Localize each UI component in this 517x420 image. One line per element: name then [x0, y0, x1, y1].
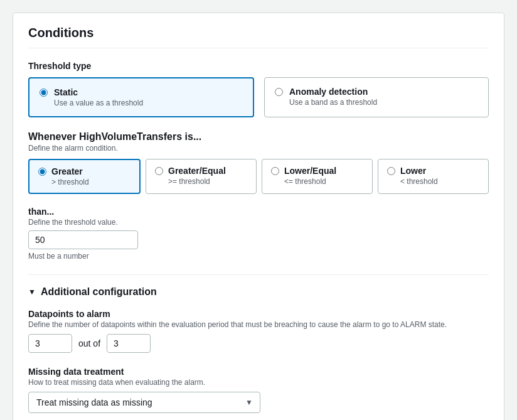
- threshold-anomaly-title: Anomaly detection: [289, 87, 377, 97]
- condition-greaterequal-text: Greater/Equal >= threshold: [168, 166, 226, 186]
- missing-data-subtitle: How to treat missing data when evaluatin…: [28, 378, 489, 387]
- threshold-static-radio[interactable]: [40, 89, 48, 97]
- threshold-anomaly-subtitle: Use a band as a threshold: [289, 98, 377, 107]
- missing-data-select[interactable]: Treat missing data as missing Treat miss…: [28, 392, 260, 413]
- datapoints-row: out of: [28, 334, 489, 353]
- condition-lowerequal-radio[interactable]: [271, 167, 279, 175]
- datapoints-value2-input[interactable]: [107, 334, 151, 353]
- condition-lower-subtitle: < threshold: [400, 177, 438, 186]
- additional-config-section: ▼ Additional configuration Datapoints to…: [28, 286, 489, 413]
- condition-lowerequal-title: Lower/Equal: [284, 166, 336, 176]
- threshold-type-label: Threshold type: [28, 61, 489, 71]
- condition-lowerequal-subtitle: <= threshold: [284, 177, 336, 186]
- threshold-type-row: Static Use a value as a threshold Anomal…: [28, 77, 489, 117]
- condition-lower-text: Lower < threshold: [400, 166, 438, 186]
- condition-lower-radio[interactable]: [387, 167, 395, 175]
- threshold-static-card[interactable]: Static Use a value as a threshold: [28, 77, 254, 117]
- condition-greaterequal-card[interactable]: Greater/Equal >= threshold: [146, 159, 257, 194]
- threshold-static-title: Static: [54, 87, 143, 97]
- condition-greaterequal-subtitle: >= threshold: [168, 177, 226, 186]
- datapoints-subtitle: Define the number of datapoints within t…: [28, 320, 489, 329]
- whenever-title: Whenever HighVolumeTransfers is...: [28, 131, 489, 143]
- condition-lower-title: Lower: [400, 166, 438, 176]
- than-title: than...: [28, 207, 489, 217]
- card-title: Conditions: [28, 26, 489, 48]
- whenever-section: Whenever HighVolumeTransfers is... Defin…: [28, 131, 489, 194]
- condition-greaterequal-title: Greater/Equal: [168, 166, 226, 176]
- collapse-icon: ▼: [28, 288, 36, 296]
- additional-config-header[interactable]: ▼ Additional configuration: [28, 286, 489, 298]
- than-section: than... Define the threshold value. Must…: [28, 207, 489, 261]
- additional-config-label: Additional configuration: [41, 286, 157, 298]
- threshold-anomaly-text: Anomaly detection Use a band as a thresh…: [289, 87, 377, 107]
- divider: [28, 274, 489, 275]
- missing-data-section: Missing data treatment How to treat miss…: [28, 367, 489, 413]
- threshold-static-subtitle: Use a value as a threshold: [54, 99, 143, 107]
- datapoints-value1-input[interactable]: [28, 334, 72, 353]
- whenever-subtitle: Define the alarm condition.: [28, 144, 489, 153]
- conditions-card: Conditions Threshold type Static Use a v…: [13, 13, 504, 420]
- condition-greaterequal-radio[interactable]: [155, 167, 163, 175]
- threshold-value-input[interactable]: [28, 230, 138, 249]
- condition-row: Greater > threshold Greater/Equal >= thr…: [28, 159, 489, 194]
- out-of-label: out of: [78, 338, 100, 348]
- condition-lowerequal-card[interactable]: Lower/Equal <= threshold: [262, 159, 373, 194]
- than-subtitle: Define the threshold value.: [28, 218, 489, 227]
- condition-lower-card[interactable]: Lower < threshold: [378, 159, 489, 194]
- condition-greater-title: Greater: [51, 166, 89, 176]
- condition-greater-text: Greater > threshold: [51, 166, 89, 186]
- datapoints-title: Datapoints to alarm: [28, 309, 489, 319]
- datapoints-section: Datapoints to alarm Define the number of…: [28, 309, 489, 353]
- missing-data-select-wrapper: Treat missing data as missing Treat miss…: [28, 392, 260, 413]
- condition-greater-radio[interactable]: [38, 168, 46, 176]
- condition-greater-subtitle: > threshold: [51, 178, 89, 186]
- threshold-anomaly-card[interactable]: Anomaly detection Use a band as a thresh…: [264, 77, 489, 117]
- condition-lowerequal-text: Lower/Equal <= threshold: [284, 166, 336, 186]
- missing-data-title: Missing data treatment: [28, 367, 489, 377]
- condition-greater-card[interactable]: Greater > threshold: [28, 159, 141, 194]
- threshold-anomaly-radio[interactable]: [275, 88, 283, 96]
- threshold-hint: Must be a number: [28, 252, 489, 261]
- threshold-static-text: Static Use a value as a threshold: [54, 87, 143, 107]
